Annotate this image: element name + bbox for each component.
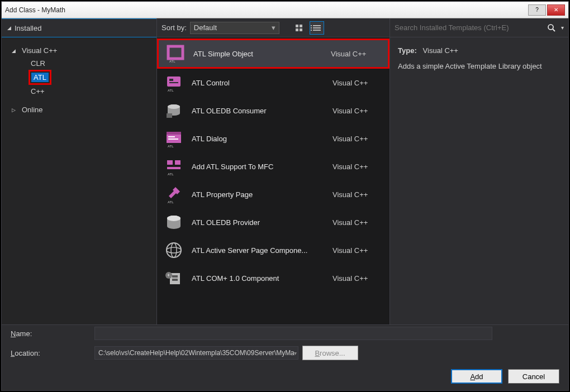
cancel-button[interactable]: Cancel <box>508 369 559 384</box>
database-provider-icon <box>164 212 184 232</box>
svg-point-20 <box>167 216 180 221</box>
database-icon <box>164 101 184 121</box>
template-lang: Visual C++ <box>332 218 383 227</box>
template-lang: Visual C++ <box>332 246 383 255</box>
svg-point-7 <box>168 104 180 109</box>
template-item-atl-oledb-consumer[interactable]: ATL OLEDB Consumer Visual C++ <box>157 97 390 125</box>
template-list: ATL ATL Simple Object Visual C++ ATL ATL… <box>157 37 390 324</box>
svg-rect-8 <box>167 113 172 118</box>
svg-rect-4 <box>169 82 178 83</box>
svg-rect-12 <box>168 138 178 140</box>
svg-text:ATL: ATL <box>168 145 174 148</box>
template-lang: Visual C++ <box>332 274 383 283</box>
svg-rect-0 <box>168 46 183 59</box>
svg-point-21 <box>167 243 181 257</box>
template-lang: Visual C++ <box>332 107 383 115</box>
sidebar-tab-installed[interactable]: ◢ Installed <box>2 18 156 37</box>
location-label: Location: <box>11 349 89 357</box>
titlebar: Add Class - MyMath ? ✕ <box>2 2 568 18</box>
template-item-atl-asp-component[interactable]: ATL Active Server Page Compone... Visual… <box>157 236 390 264</box>
template-name: ATL Simple Object <box>193 50 323 58</box>
location-row: Location: ▾ Browse... <box>11 346 559 360</box>
svg-text:ATL: ATL <box>168 200 174 204</box>
list-icon <box>313 25 321 31</box>
collapse-icon: ◢ <box>7 25 11 31</box>
atl-support-icon: ATL <box>164 156 184 176</box>
location-input[interactable] <box>94 346 298 360</box>
svg-rect-11 <box>168 136 175 137</box>
add-button[interactable]: Add <box>451 369 502 384</box>
svg-rect-3 <box>169 79 173 81</box>
globe-icon <box>164 240 184 260</box>
svg-rect-2 <box>167 77 180 87</box>
template-name: ATL Active Server Page Compone... <box>192 246 325 255</box>
installed-label: Installed <box>15 24 41 32</box>
info-description: Adds a simple Active Template Library ob… <box>398 61 560 72</box>
template-name: ATL COM+ 1.0 Component <box>192 274 325 283</box>
help-button[interactable]: ? <box>528 4 546 16</box>
expand-icon: ▷ <box>12 107 20 113</box>
sortby-select[interactable]: Default <box>190 22 279 34</box>
tree-children: CLR ATL C++ <box>12 57 156 98</box>
template-panel: Sort by: Default ATL ATL Simple Obje <box>157 18 390 324</box>
sortby-value: Default <box>194 23 217 32</box>
svg-text:+: + <box>167 273 170 278</box>
tree-item-visualcpp[interactable]: ◢ Visual C++ <box>12 44 156 57</box>
tree-item-online[interactable]: ▷ Online <box>12 103 156 116</box>
template-item-atl-property-page[interactable]: ATL ATL Property Page Visual C++ <box>157 180 390 208</box>
browse-button[interactable]: Browse... <box>302 346 358 360</box>
svg-rect-16 <box>167 167 180 169</box>
type-value: Visual C++ <box>423 46 458 55</box>
tree-label: Online <box>20 105 45 114</box>
info-panel: ▾ Type: Visual C++ Adds a simple Active … <box>390 18 568 324</box>
info-body: Type: Visual C++ Adds a simple Active Te… <box>390 37 568 79</box>
search-row: ▾ <box>390 18 568 37</box>
template-lang: Visual C++ <box>331 50 381 58</box>
template-item-atl-complus-component[interactable]: + ATL COM+ 1.0 Component Visual C++ <box>157 264 390 292</box>
template-item-atl-oledb-provider[interactable]: ATL OLEDB Provider Visual C++ <box>157 208 390 236</box>
tree-item-clr[interactable]: CLR <box>28 57 156 70</box>
template-lang: Visual C++ <box>332 79 383 87</box>
template-name: ATL Dialog <box>192 135 325 143</box>
chevron-down-icon[interactable]: ▾ <box>561 25 564 31</box>
svg-rect-10 <box>167 132 181 135</box>
type-label: Type: <box>398 46 417 55</box>
chevron-down-icon[interactable]: ▾ <box>294 350 297 356</box>
template-name: ATL Control <box>192 79 325 87</box>
tree-item-cpp[interactable]: C++ <box>28 85 156 98</box>
window-title: Add Class - MyMath <box>5 6 527 14</box>
add-class-dialog: Add Class - MyMath ? ✕ ◢ Installed ◢ Vis… <box>1 1 569 391</box>
close-icon: ✕ <box>554 7 558 13</box>
svg-point-23 <box>171 243 177 257</box>
complus-icon: + <box>164 268 184 288</box>
template-item-atl-control[interactable]: ATL ATL Control Visual C++ <box>157 69 390 97</box>
svg-line-30 <box>553 29 555 31</box>
close-button[interactable]: ✕ <box>547 4 565 16</box>
template-item-atl-dialog[interactable]: ATL ATL Dialog Visual C++ <box>157 125 390 152</box>
template-item-add-atl-support-mfc[interactable]: ATL Add ATL Support To MFC Visual C++ <box>157 152 390 180</box>
tree-item-atl[interactable]: ATL <box>31 73 49 82</box>
svg-rect-26 <box>172 279 178 281</box>
svg-rect-14 <box>167 160 173 165</box>
template-name: ATL OLEDB Provider <box>192 218 325 227</box>
bottom-form: Name: Location: ▾ Browse... Add Cancel <box>2 324 568 390</box>
svg-rect-25 <box>172 275 178 278</box>
template-name: ATL OLEDB Consumer <box>192 107 325 115</box>
search-icon[interactable] <box>545 22 558 34</box>
sortby-label: Sort by: <box>162 23 187 32</box>
svg-point-29 <box>548 25 553 30</box>
category-tree: ◢ Visual C++ CLR ATL C++ <box>2 37 156 116</box>
view-list-button[interactable] <box>310 21 324 35</box>
name-row: Name: <box>11 327 559 340</box>
name-input[interactable] <box>94 327 492 340</box>
tree-label: C++ <box>28 87 47 96</box>
search-input[interactable] <box>395 23 542 32</box>
atl-control-icon: ATL <box>164 73 184 93</box>
template-lang: Visual C++ <box>332 190 383 199</box>
template-name: ATL Property Page <box>192 190 325 199</box>
dialog-icon: ATL <box>164 128 184 149</box>
template-item-atl-simple-object[interactable]: ATL ATL Simple Object Visual C++ <box>157 39 390 69</box>
annotation-highlight-atl-tree: ATL <box>28 70 51 85</box>
name-label: Name: <box>11 329 89 338</box>
view-grid-button[interactable] <box>292 21 306 35</box>
